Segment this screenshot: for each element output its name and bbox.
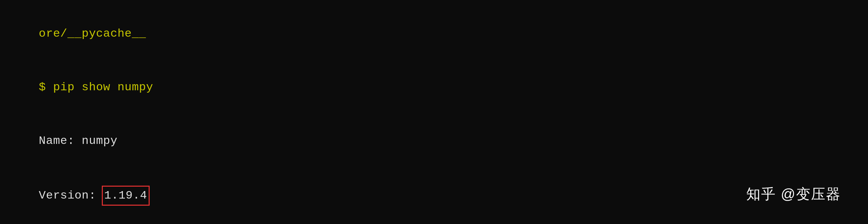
terminal-line-pycache: ore/__pycache__ (10, 7, 858, 60)
terminal-line-version: Version: 1.19.4 (10, 168, 858, 223)
version-label: Version: (39, 189, 103, 202)
watermark-text: 知乎 @变压器 (746, 186, 841, 202)
command-text: $ pip show numpy (39, 81, 153, 94)
version-value: 1.19.4 (104, 189, 147, 202)
version-value-box: 1.19.4 (102, 186, 150, 206)
pycache-text: ore/__pycache__ (39, 27, 146, 40)
terminal-window: ore/__pycache__ $ pip show numpy Name: n… (0, 0, 868, 224)
watermark: 知乎 @变压器 (746, 185, 841, 204)
terminal-line-name: Name: numpy (10, 114, 858, 168)
terminal-line-command: $ pip show numpy (10, 60, 858, 114)
name-text: Name: numpy (39, 134, 117, 147)
